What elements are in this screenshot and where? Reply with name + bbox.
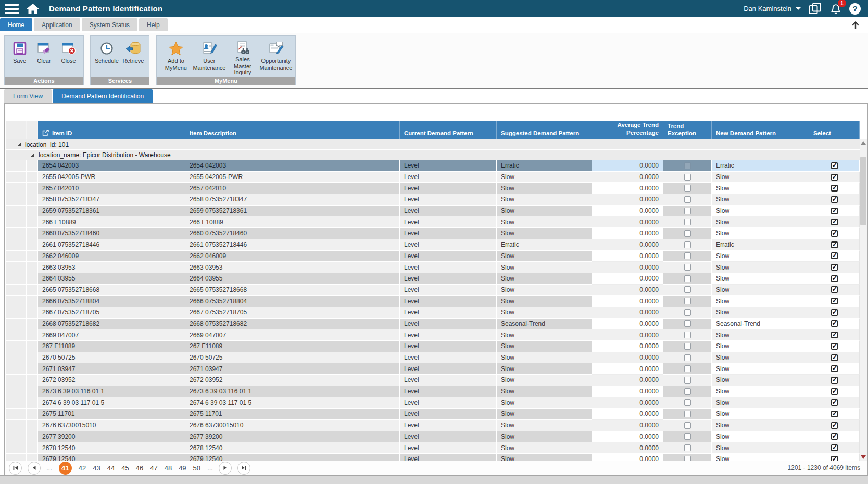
cell-trend-exception[interactable] [663,341,712,352]
cell-select[interactable] [809,352,860,364]
notifications-bell-icon[interactable]: 1 [829,2,842,15]
select-checkbox[interactable] [831,275,838,282]
trend-exception-checkbox[interactable] [684,411,691,417]
cell-trend-exception[interactable] [663,386,712,398]
trend-exception-checkbox[interactable] [684,174,691,181]
select-checkbox[interactable] [831,298,838,304]
table-row[interactable]: 2667 0753527187052667 075352718705LevelS… [6,307,860,319]
header-average-trend-percentage[interactable]: Average TrendPercentage [592,121,663,139]
trend-exception-checkbox[interactable] [684,456,691,461]
retrieve-button[interactable]: Retrieve [120,38,146,76]
trend-exception-checkbox[interactable] [684,252,691,259]
select-checkbox[interactable] [831,332,838,338]
select-checkbox[interactable] [831,433,838,440]
scroll-down-icon[interactable] [861,455,866,459]
header-row-select[interactable] [6,121,16,139]
cell-trend-exception[interactable] [663,363,712,375]
cell-trend-exception[interactable] [663,409,712,420]
table-row[interactable]: 2678 125402678 12540LevelSlow0.0000Slow [6,442,860,454]
cell-select[interactable] [809,183,860,194]
select-checkbox[interactable] [831,286,838,293]
cell-select[interactable] [809,386,860,398]
tab-form-view[interactable]: Form View [4,89,52,103]
trend-exception-checkbox[interactable] [684,433,691,440]
table-row[interactable]: 2655 042005-PWR2655 042005-PWRLevelSlow0… [6,172,860,183]
trend-exception-checkbox[interactable] [684,219,691,225]
table-row[interactable]: 2666 0753527188042666 075352718804LevelS… [6,296,860,307]
tab-application[interactable]: Application [34,18,80,31]
cell-select[interactable] [809,285,860,296]
cell-trend-exception[interactable] [663,206,712,217]
cell-select[interactable] [809,172,860,183]
collapse-triangle-icon[interactable] [31,153,34,157]
cell-select[interactable] [809,454,860,461]
cell-select[interactable] [809,160,860,172]
cell-trend-exception[interactable] [663,228,712,239]
select-checkbox[interactable] [831,162,838,169]
select-checkbox[interactable] [831,208,838,214]
trend-exception-checkbox[interactable] [684,298,691,304]
clear-button[interactable]: Clear [32,38,56,76]
select-checkbox[interactable] [831,354,838,361]
select-checkbox[interactable] [831,174,838,181]
table-row[interactable]: 2662 0460092662 046009LevelSlow0.0000Slo… [6,251,860,262]
select-checkbox[interactable] [831,422,838,429]
user-menu[interactable]: Dan Kaminstein [744,5,801,12]
table-row[interactable]: 2673 6 39 03 116 01 12673 6 39 03 116 01… [6,386,860,398]
first-page-button[interactable] [9,462,22,475]
hamburger-menu-icon[interactable] [5,4,19,14]
table-row[interactable]: 2665 0753527186682665 075352718668LevelS… [6,285,860,296]
sales-master-inquiry-button[interactable]: Sales Master Inquiry [227,38,259,76]
tab-help[interactable]: Help [139,18,168,31]
cell-trend-exception[interactable] [663,397,712,409]
cell-select[interactable] [809,307,860,319]
cell-select[interactable] [809,262,860,273]
cell-trend-exception[interactable] [663,375,712,386]
trend-exception-checkbox[interactable] [684,241,691,248]
cell-trend-exception[interactable] [663,329,712,341]
trend-exception-checkbox[interactable] [684,422,691,429]
select-checkbox[interactable] [831,343,838,350]
table-row[interactable]: 266 E10889266 E10889LevelSlow0.0000Slow [6,216,860,228]
page-number-button[interactable]: 42 [79,464,86,472]
table-row[interactable]: 2672 039522672 03952LevelSlow0.0000Slow [6,375,860,386]
table-row[interactable]: 2664 039552664 03955LevelSlow0.0000Slow [6,273,860,285]
table-row[interactable]: 2670 507252670 50725LevelSlow0.0000Slow [6,352,860,364]
cell-trend-exception[interactable] [663,251,712,262]
select-checkbox[interactable] [831,230,838,237]
trend-exception-checkbox[interactable] [684,264,691,271]
cell-trend-exception[interactable] [663,160,712,172]
header-new-demand-pattern[interactable]: New Demand Pattern [712,121,809,139]
trend-exception-checkbox[interactable] [684,365,691,372]
table-row[interactable]: 2671 039472671 03947LevelSlow0.0000Slow [6,363,860,375]
select-checkbox[interactable] [831,411,838,417]
page-number-button[interactable]: 44 [107,464,115,472]
cell-trend-exception[interactable] [663,172,712,183]
tab-system-status[interactable]: System Status [82,18,137,31]
close-button[interactable]: Close [57,38,80,76]
trend-exception-checkbox[interactable] [684,320,691,327]
select-checkbox[interactable] [831,241,838,248]
select-checkbox[interactable] [831,444,838,451]
group-row-location-name[interactable]: location_name: Epicor Distribution - War… [6,150,860,160]
cell-trend-exception[interactable] [663,319,712,330]
cell-select[interactable] [809,239,860,251]
trend-exception-checkbox[interactable] [684,377,691,384]
header-suggested-demand-pattern[interactable]: Suggested Demand Pattern [497,121,592,139]
cell-trend-exception[interactable] [663,352,712,364]
cell-select[interactable] [809,206,860,217]
trend-exception-checkbox[interactable] [684,196,691,203]
table-row[interactable]: 2668 0753527186822668 075352718682LevelS… [6,319,860,330]
header-item-description[interactable]: Item Description [185,121,400,139]
cell-select[interactable] [809,341,860,352]
cell-select[interactable] [809,375,860,386]
cell-trend-exception[interactable] [663,420,712,431]
header-current-demand-pattern[interactable]: Current Demand Pattern [400,121,497,139]
cell-trend-exception[interactable] [663,454,712,461]
cell-select[interactable] [809,273,860,285]
save-button[interactable]: Save [8,38,31,76]
trend-exception-checkbox[interactable] [684,388,691,395]
table-row[interactable]: 2658 0753527183472658 075352718347LevelS… [6,194,860,206]
table-row[interactable]: 2654 0420032654 042003LevelErratic0.0000… [6,160,860,172]
trend-exception-checkbox[interactable] [684,399,691,406]
